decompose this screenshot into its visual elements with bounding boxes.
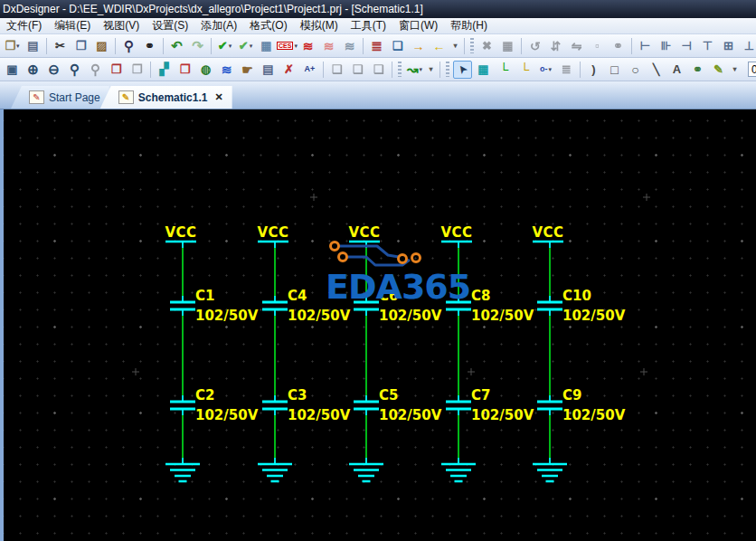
add-bus-icon[interactable]: └ [515,61,534,79]
capacitor-value-label[interactable]: 102/50V [379,407,442,423]
print-icon[interactable]: ▤ [24,37,43,55]
add-label-icon[interactable]: A [667,61,686,79]
schematic-canvas-area[interactable]: VCCC1102/50VC2102/50VVCCC4102/50VC3102/5… [0,109,756,541]
notes-icon[interactable]: ▤ [259,61,278,79]
toolbar-grip[interactable] [470,38,474,53]
copy-icon[interactable]: ❐ [71,37,90,55]
packager-icon[interactable]: ✔▾ [236,37,255,55]
draw-rectangle-icon[interactable]: □ [605,61,624,79]
menu-item-8[interactable]: 工具(T) [345,18,392,33]
verify-icon-dropdown[interactable]: ▾ [229,43,232,50]
ces-constraints-icon-dropdown[interactable]: ▾ [294,43,298,50]
vcc-label[interactable]: VCC [440,224,472,241]
browser-icon[interactable]: ◍ [196,61,215,79]
capacitor-ref-label[interactable]: C9 [562,387,581,403]
library-icon[interactable]: ≣ [367,37,386,55]
menu-item-9[interactable]: 窗口(W) [392,18,444,33]
capacitor-value-label[interactable]: 102/50V [562,308,626,324]
vcc-label[interactable]: VCC [532,224,563,241]
ground-symbol[interactable] [165,464,200,481]
zoom-in-icon[interactable]: ⊕ [24,61,43,79]
vcc-label[interactable]: VCC [348,224,380,241]
toolbar-overflow-icon[interactable]: ▾ [450,37,460,55]
go-forward-icon[interactable]: → [409,37,428,55]
align-right-icon[interactable]: ⊣ [677,37,696,55]
capacitor-ref-label[interactable]: C7 [471,387,490,403]
align-center-icon[interactable]: ⊪ [657,37,676,55]
capacitor-value-label[interactable]: 102/50V [288,407,351,423]
probe-icon[interactable]: ☛ [238,61,257,79]
align-top-icon[interactable]: ⊤ [698,37,717,55]
capacitor-symbol[interactable] [446,402,471,409]
capacitor-value-label[interactable]: 102/50V [562,407,626,423]
ground-symbol[interactable] [441,464,476,481]
highlight-net-icon-dropdown[interactable]: ▾ [420,66,423,73]
undo-icon[interactable]: ↶ [167,37,186,55]
menu-item-6[interactable]: 格式(O) [243,18,293,33]
net-rules-3-icon[interactable]: ≋ [340,37,359,55]
capacitor-value-label[interactable]: 102/50V [471,308,534,324]
distribute-icon[interactable]: ⊞ [719,37,738,55]
capacitor-ref-label[interactable]: C5 [379,387,398,403]
cut-icon[interactable]: ✂ [51,37,70,55]
vcc-label[interactable]: VCC [165,224,196,241]
packager-icon-dropdown[interactable]: ▾ [250,43,253,50]
capacitor-symbol[interactable] [262,402,288,409]
menu-item-2[interactable]: 编辑(E) [48,18,97,33]
capacitor-value-label[interactable]: 102/50V [195,407,259,423]
capacitor-symbol[interactable] [537,302,562,309]
ces-constraints-icon[interactable]: CES▾ [278,37,297,55]
tab-start-page[interactable]: ✎ Start Page [11,86,109,109]
capacitor-value-label[interactable]: 102/50V [288,308,351,324]
toolbar-grip[interactable] [398,62,402,77]
part-editor-icon[interactable]: ▦ [257,37,276,55]
cascade-windows-icon[interactable]: ❏ [388,37,407,55]
capacitor-symbol[interactable] [354,402,379,409]
align-bottom-icon[interactable]: ⊥ [740,37,756,55]
add-net-stub-icon[interactable]: o-▾ [536,61,555,79]
window-title-bar[interactable]: DxDesigner - D:\EE_WDIR\DxProjects\dx_al… [0,0,756,18]
capacitor-symbol[interactable] [537,402,562,409]
go-back-icon[interactable]: ← [430,37,449,55]
capacitor-ref-label[interactable]: C2 [195,387,214,403]
capacitor-value-label[interactable]: 102/50V [471,407,534,423]
open-document-icon[interactable]: ❐▾ [3,37,22,55]
capacitor-ref-label[interactable]: C8 [471,288,490,304]
ground-symbol[interactable] [258,464,292,481]
capacitor-symbol[interactable] [170,302,195,309]
search-document-icon[interactable]: ⚲ [119,37,138,55]
menu-item-1[interactable]: 文件(F) [0,18,48,33]
highlight-net-icon[interactable]: ↝▾ [405,61,424,79]
capacitor-ref-label[interactable]: C1 [195,288,214,304]
net-rules-icon[interactable]: ≋ [298,37,317,55]
capacitor-ref-label[interactable]: C10 [562,288,591,304]
tab-close-icon[interactable]: ✕ [214,91,222,103]
toolbar-overflow-3-icon[interactable]: ▾ [730,61,740,79]
zoom-fit-icon[interactable]: ⚲ [65,61,84,79]
add-net-icon[interactable]: └ [495,61,514,79]
ground-symbol[interactable] [533,464,567,481]
unselect-icon[interactable]: ✗ [279,61,298,79]
verify-icon[interactable]: ✔▾ [215,37,234,55]
capacitor-ref-label[interactable]: C3 [288,387,307,403]
sheet-previous-icon[interactable]: ❐ [107,61,126,79]
capacitor-value-label[interactable]: 102/50V [379,308,442,324]
view-window-icon[interactable]: ▣ [3,61,22,79]
place-part-icon[interactable]: ▦ [474,61,493,79]
capacitor-ref-label[interactable]: C4 [288,288,307,304]
draw-circle-icon[interactable]: ○ [626,61,645,79]
add-net-stub-icon-dropdown[interactable]: ▾ [548,66,552,73]
redo-icon[interactable]: ↷ [188,37,207,55]
toolbar-overflow-2-icon[interactable]: ▾ [426,61,436,79]
menu-item-10[interactable]: 帮助(H) [444,18,494,33]
vcc-label[interactable]: VCC [257,224,288,241]
add-text-icon[interactable]: A+ [300,61,319,79]
menu-item-5[interactable]: 添加(A) [194,18,243,33]
tab-schematic[interactable]: ✎ Schematic1.1 ✕ [100,86,232,109]
capacitor-symbol[interactable] [170,402,195,409]
open-document-icon-dropdown[interactable]: ▾ [16,43,20,50]
ground-symbol[interactable] [349,464,383,481]
menu-item-7[interactable]: 模拟(M) [294,18,345,33]
capacitor-value-label[interactable]: 102/50V [195,308,259,324]
add-annotation-icon[interactable]: ✎ [709,61,728,79]
